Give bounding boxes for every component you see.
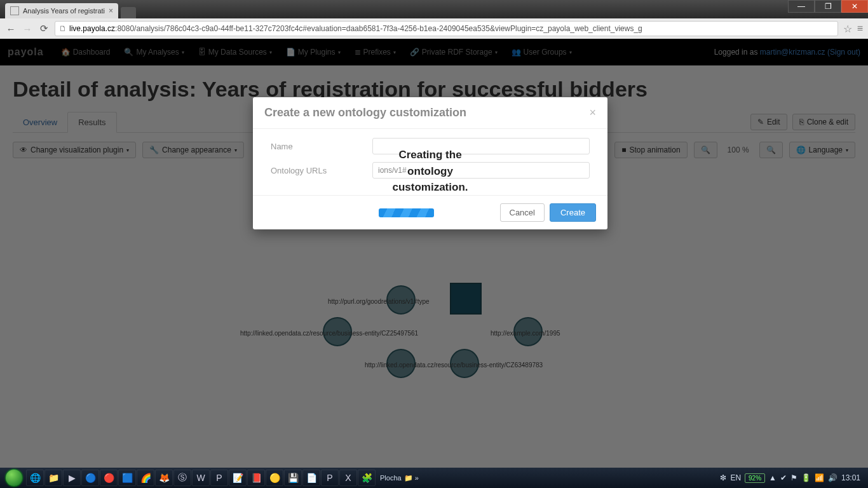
start-button[interactable] bbox=[3, 469, 25, 487]
taskbar-chrome[interactable]: 🌈 bbox=[137, 470, 154, 486]
modal-body: Name Ontology URLs Creating the ontology… bbox=[253, 129, 607, 195]
taskbar-firefox[interactable]: 🦊 bbox=[155, 470, 173, 486]
taskbar: 🌐 📁 ▶ 🔵 🔴 🟦 🌈 🦊 Ⓢ W P 📝 📕 🟡 💾 📄 P X 🧩 Pl… bbox=[0, 468, 868, 488]
app: payola 🏠 Dashboard 🔍 My Analyses ▾ 🗄 My … bbox=[0, 39, 868, 468]
create-button[interactable]: Create bbox=[550, 203, 596, 222]
nav-forward-icon[interactable]: → bbox=[22, 23, 33, 34]
tray-icon[interactable]: ⚑ bbox=[790, 473, 797, 482]
windows-orb-icon bbox=[6, 470, 22, 486]
taskbar-desktop-toolbar[interactable]: Plocha 📁 » bbox=[376, 474, 423, 482]
taskbar-ppt[interactable]: P bbox=[210, 470, 228, 486]
taskbar-app[interactable]: 🔴 bbox=[100, 470, 118, 486]
creating-status: Creating the ontology customization. bbox=[253, 147, 607, 196]
taskbar-app[interactable]: 🟡 bbox=[266, 470, 283, 486]
taskbar-app[interactable]: 🔵 bbox=[81, 470, 99, 486]
taskbar-app[interactable]: 🧩 bbox=[358, 470, 376, 486]
modal-footer: Cancel Create bbox=[253, 195, 607, 229]
url-bar[interactable]: 🗋 live.payola.cz :8080/analysis/786c04c3… bbox=[55, 21, 838, 36]
systray: ❇ EN 92% ▲ ✔ ⚑ 🔋 📶 🔊 13:01 bbox=[720, 473, 865, 483]
taskbar-app[interactable]: 📄 bbox=[302, 470, 320, 486]
taskbar-media[interactable]: ▶ bbox=[63, 470, 81, 486]
tray-power-icon[interactable]: 🔋 bbox=[801, 473, 811, 482]
browser-tab[interactable]: Analysis Years of registrati × bbox=[5, 3, 118, 18]
window-minimize[interactable]: — bbox=[788, 0, 815, 13]
taskbar-excel[interactable]: X bbox=[339, 470, 357, 486]
chrome-titlebar: Analysis Years of registrati × — ❐ ✕ bbox=[0, 0, 868, 18]
chrome-menu-icon[interactable]: ≡ bbox=[857, 23, 863, 34]
window-close[interactable]: ✕ bbox=[841, 0, 868, 13]
tray-volume-icon[interactable]: 🔊 bbox=[828, 473, 837, 482]
tray-chevron-icon[interactable]: ▲ bbox=[769, 473, 776, 482]
tray-battery[interactable]: 92% bbox=[745, 473, 765, 483]
taskbar-notepad[interactable]: 📝 bbox=[229, 470, 247, 486]
url-host: live.payola.cz bbox=[69, 24, 115, 33]
taskbar-ie[interactable]: 🌐 bbox=[26, 470, 44, 486]
taskbar-pdf[interactable]: 📕 bbox=[247, 470, 265, 486]
url-path: :8080/analysis/786c04c3-c9a0-44ff-be11-3… bbox=[115, 24, 642, 33]
cancel-button[interactable]: Cancel bbox=[500, 203, 545, 222]
taskbar-explorer[interactable]: 📁 bbox=[44, 470, 62, 486]
taskbar-app[interactable]: 🟦 bbox=[118, 470, 136, 486]
tray-lang[interactable]: EN bbox=[730, 473, 741, 482]
taskbar-word[interactable]: W bbox=[192, 470, 210, 486]
tray-icon[interactable]: ✔ bbox=[780, 473, 787, 482]
window-maximize[interactable]: ❐ bbox=[815, 0, 841, 13]
taskbar-app[interactable]: 💾 bbox=[284, 470, 302, 486]
tray-icon[interactable]: ❇ bbox=[720, 473, 726, 482]
create-ontology-modal: Create a new ontology customization × Na… bbox=[253, 97, 607, 229]
taskbar-ppt2[interactable]: P bbox=[321, 470, 339, 486]
modal-close-icon[interactable]: × bbox=[589, 106, 596, 119]
nav-back-icon[interactable]: ← bbox=[5, 23, 17, 34]
tab-title: Analysis Years of registrati bbox=[23, 7, 105, 15]
tab-close-icon[interactable]: × bbox=[109, 6, 113, 15]
tray-clock[interactable]: 13:01 bbox=[841, 473, 860, 482]
chrome-toolbar: ← → ⟳ 🗋 live.payola.cz :8080/analysis/78… bbox=[0, 18, 868, 39]
bookmark-star-icon[interactable]: ☆ bbox=[843, 23, 852, 35]
tab-strip: Analysis Years of registrati × bbox=[0, 0, 788, 18]
page-favicon bbox=[10, 6, 19, 15]
window-controls: — ❐ ✕ bbox=[788, 0, 868, 18]
new-tab-button[interactable] bbox=[121, 7, 136, 18]
tray-wifi-icon[interactable]: 📶 bbox=[815, 473, 824, 482]
modal-header: Create a new ontology customization × bbox=[253, 97, 607, 129]
progress-bar bbox=[379, 208, 434, 217]
taskbar-skype[interactable]: Ⓢ bbox=[173, 470, 191, 486]
modal-title: Create a new ontology customization bbox=[264, 106, 589, 119]
nav-reload-icon[interactable]: ⟳ bbox=[38, 23, 50, 34]
